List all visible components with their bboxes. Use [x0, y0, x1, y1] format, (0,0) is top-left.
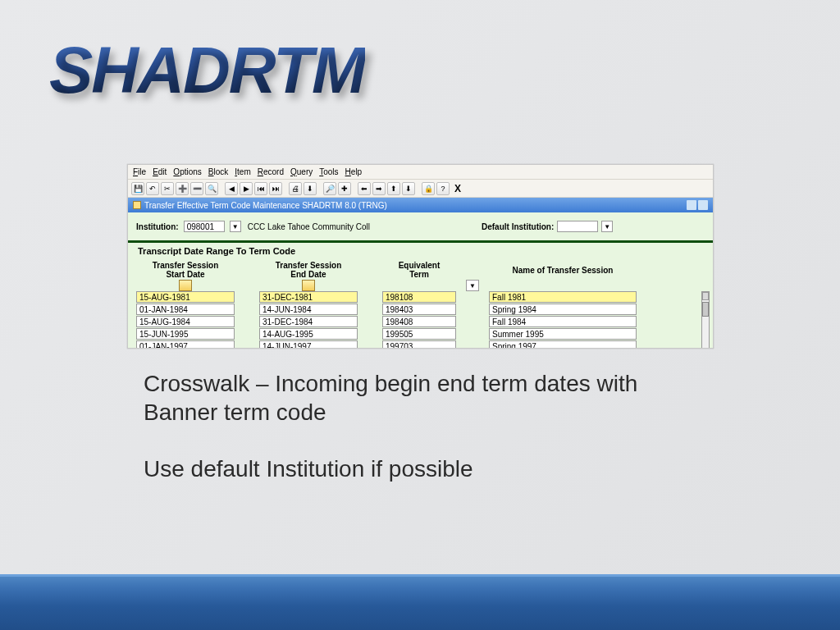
term-dropdown-icon[interactable]: ▼	[466, 280, 479, 291]
grid-cell[interactable]: Spring 1997	[489, 340, 637, 349]
default-institution-label: Default Institution:	[482, 222, 554, 231]
col-start-date-header: Transfer SessionStart Date	[136, 261, 235, 279]
toolbar-rollback-icon[interactable]: ↶	[146, 182, 159, 195]
start-date-picker-icon[interactable]	[179, 280, 192, 291]
menu-tools[interactable]: Tools	[319, 167, 338, 176]
grid-cell[interactable]: 15-AUG-1984	[136, 316, 235, 327]
footer-bar	[0, 574, 840, 630]
grid-rows: 15-AUG-198131-DEC-1981198108Fall 198101-…	[136, 291, 705, 349]
grid-cell[interactable]: 199505	[382, 328, 456, 340]
form-icon	[133, 201, 141, 209]
maximize-icon[interactable]	[698, 200, 708, 210]
default-institution-field[interactable]	[557, 221, 598, 232]
toolbar-nav3-icon[interactable]: ⬆	[387, 182, 400, 195]
grid-cell[interactable]: 198403	[382, 304, 456, 315]
toolbar-close-button[interactable]: X	[454, 183, 461, 194]
scroll-thumb[interactable]	[702, 302, 709, 317]
banner-form-window: File Edit Options Block Item Record Quer…	[127, 164, 714, 349]
body-paragraph-1: Crosswalk – Incoming begin end term date…	[144, 369, 718, 427]
col-end-date-header: Transfer SessionEnd Date	[259, 261, 358, 279]
toolbar-delete-icon[interactable]: ➖	[190, 182, 203, 195]
menu-record[interactable]: Record	[258, 167, 284, 176]
toolbar-next-block-icon[interactable]: ⏭	[269, 182, 282, 195]
form-title-text: Transfer Effective Term Code Maintenance…	[144, 201, 387, 210]
menu-item[interactable]: Item	[235, 167, 250, 176]
menu-help[interactable]: Help	[345, 167, 363, 176]
grid-cell[interactable]: 01-JAN-1997	[136, 340, 235, 349]
institution-name: CCC Lake Tahoe Community Coll	[248, 222, 370, 231]
grid-cell[interactable]: 14-AUG-1995	[259, 328, 358, 340]
menu-options[interactable]: Options	[173, 167, 201, 176]
grid-cell[interactable]: Spring 1984	[489, 304, 637, 315]
toolbar-add-icon[interactable]: ✚	[338, 182, 351, 195]
toolbar-lock-icon[interactable]: 🔒	[422, 182, 435, 195]
grid-cell[interactable]: 31-DEC-1981	[259, 291, 358, 303]
grid-cell[interactable]: 199703	[382, 340, 456, 349]
grid-cell[interactable]: 15-AUG-1981	[136, 291, 235, 303]
toolbar-save-icon[interactable]: 💾	[131, 182, 144, 195]
section-title: Transcript Date Range To Term Code	[138, 246, 705, 256]
institution-dropdown-icon[interactable]: ▼	[230, 221, 241, 232]
col-name-header: Name of Transfer Session	[489, 266, 637, 275]
toolbar-insert-icon[interactable]: ➕	[176, 182, 189, 195]
toolbar-help-icon[interactable]: ?	[436, 182, 450, 195]
toolbar-print-icon[interactable]: 🖨	[289, 182, 302, 195]
menu-edit[interactable]: Edit	[153, 167, 167, 176]
toolbar-next-icon[interactable]: ▶	[240, 182, 253, 195]
toolbar-select-icon[interactable]: ✂	[161, 182, 174, 195]
form-titlebar: Transfer Effective Term Code Maintenance…	[128, 198, 713, 212]
grid-cell[interactable]: 198108	[382, 291, 456, 303]
default-institution-dropdown-icon[interactable]: ▼	[601, 221, 613, 232]
grid-cell[interactable]: Summer 1995	[489, 328, 637, 340]
menu-query[interactable]: Query	[290, 167, 313, 176]
institution-label: Institution:	[136, 222, 179, 231]
toolbar-export-icon[interactable]: ⬇	[304, 182, 317, 195]
toolbar-enter-query-icon[interactable]: 🔍	[205, 182, 218, 195]
menu-bar: File Edit Options Block Item Record Quer…	[128, 165, 713, 180]
toolbar-prev-block-icon[interactable]: ⏮	[254, 182, 267, 195]
toolbar: 💾 ↶ ✂ ➕ ➖ 🔍 ◀ ▶ ⏮ ⏭ 🖨 ⬇ 🔎 ✚ ⬅ ➡ ⬆ ⬇ 🔒 ? …	[128, 180, 713, 198]
grid-cell[interactable]: 01-JAN-1984	[136, 304, 235, 315]
grid-cell[interactable]: Fall 1981	[489, 291, 637, 303]
minimize-icon[interactable]	[687, 200, 696, 210]
grid-cell[interactable]: 31-DEC-1984	[259, 316, 358, 327]
toolbar-nav1-icon[interactable]: ⬅	[358, 182, 371, 195]
vertical-scrollbar[interactable]	[701, 291, 710, 349]
grid-cell[interactable]: Fall 1984	[489, 316, 637, 327]
grid-cell[interactable]: 198408	[382, 316, 456, 327]
toolbar-search-icon[interactable]: 🔎	[323, 182, 336, 195]
grid-cell[interactable]: 14-JUN-1984	[259, 304, 358, 315]
slide-body: Crosswalk – Incoming begin end term date…	[144, 369, 718, 511]
form-body: Institution: 098001 ▼ CCC Lake Tahoe Com…	[128, 212, 713, 348]
menu-block[interactable]: Block	[208, 167, 228, 176]
grid-cell[interactable]: 15-JUN-1995	[136, 328, 235, 340]
institution-code-field[interactable]: 098001	[184, 221, 225, 232]
toolbar-prev-icon[interactable]: ◀	[225, 182, 238, 195]
toolbar-nav2-icon[interactable]: ➡	[372, 182, 386, 195]
separator-line	[128, 240, 713, 243]
term-grid: Transfer SessionStart Date Transfer Sess…	[136, 261, 705, 291]
toolbar-nav4-icon[interactable]: ⬇	[402, 182, 415, 195]
end-date-picker-icon[interactable]	[302, 280, 315, 291]
slide-title: SHADRTM	[49, 33, 365, 108]
body-paragraph-2: Use default Institution if possible	[144, 454, 718, 483]
menu-file[interactable]: File	[133, 167, 146, 176]
col-term-header: EquivalentTerm	[382, 261, 456, 279]
grid-cell[interactable]: 14-JUN-1997	[259, 340, 358, 349]
